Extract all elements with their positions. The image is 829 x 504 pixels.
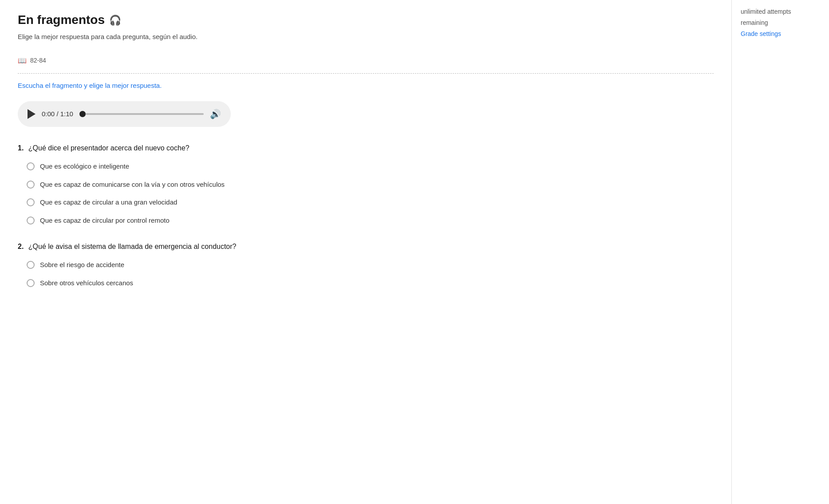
question-1-content: ¿Qué dice el presentador acerca del nuev… [28, 144, 189, 152]
q2-option-1[interactable]: Sobre el riesgo de accidente [27, 260, 714, 270]
question-1-text: 1. ¿Qué dice el presentador acerca del n… [18, 143, 714, 154]
question-2-block: 2. ¿Qué le avisa el sistema de llamada d… [18, 241, 714, 288]
q1-option-1-label: Que es ecológico e inteligente [40, 161, 129, 172]
q2-radio-2[interactable] [27, 279, 35, 287]
q1-option-4[interactable]: Que es capaz de circular por control rem… [27, 216, 714, 226]
page-title: En fragmentos 🎧 [18, 11, 714, 29]
book-icon: 📖 [18, 55, 27, 66]
grade-settings-link[interactable]: Grade settings [741, 30, 781, 37]
section-header: 📖 82-84 [18, 55, 714, 66]
q2-option-2-label: Sobre otros vehículos cercanos [40, 278, 133, 288]
q1-option-3-label: Que es capaz de circular a una gran velo… [40, 197, 177, 208]
q1-radio-1[interactable] [27, 162, 35, 170]
q1-option-4-label: Que es capaz de circular por control rem… [40, 216, 170, 226]
section-pages: 82-84 [30, 56, 46, 65]
instruction-text: Escucha el fragmento y elige la mejor re… [18, 81, 714, 91]
sidebar-attempts-line1: unlimited attempts [741, 7, 820, 16]
section-divider [18, 73, 714, 74]
question-1-number: 1. [18, 144, 24, 152]
q1-radio-3[interactable] [27, 198, 35, 206]
q1-radio-2[interactable] [27, 181, 35, 189]
progress-dot [79, 111, 86, 117]
q2-option-2[interactable]: Sobre otros vehículos cercanos [27, 278, 714, 288]
q1-option-2[interactable]: Que es capaz de comunicarse con la vía y… [27, 180, 714, 190]
q1-option-1[interactable]: Que es ecológico e inteligente [27, 161, 714, 172]
q1-option-2-label: Que es capaz de comunicarse con la vía y… [40, 180, 225, 190]
question-2-number: 2. [18, 243, 24, 250]
audio-time: 0:00 / 1:10 [42, 109, 73, 119]
page-container: En fragmentos 🎧 Elige la mejor respuesta… [0, 0, 829, 504]
audio-player: 0:00 / 1:10 🔊 [18, 101, 231, 127]
q2-radio-1[interactable] [27, 261, 35, 269]
question-1-options: Que es ecológico e inteligente Que es ca… [18, 161, 714, 225]
time-separator: / [56, 110, 60, 118]
question-1-block: 1. ¿Qué dice el presentador acerca del n… [18, 143, 714, 225]
play-button[interactable] [28, 109, 36, 119]
total-time: 1:10 [60, 110, 73, 118]
question-2-options: Sobre el riesgo de accidente Sobre otros… [18, 260, 714, 288]
current-time: 0:00 [42, 110, 55, 118]
volume-icon[interactable]: 🔊 [210, 107, 221, 121]
q1-radio-4[interactable] [27, 217, 35, 224]
progress-container[interactable] [79, 111, 204, 117]
q2-option-1-label: Sobre el riesgo de accidente [40, 260, 124, 270]
headphone-icon: 🎧 [109, 13, 121, 28]
title-text: En fragmentos [18, 11, 105, 29]
sidebar-attempts-line2: remaining [741, 18, 820, 28]
main-content: En fragmentos 🎧 Elige la mejor respuesta… [0, 0, 731, 504]
q1-option-3[interactable]: Que es capaz de circular a una gran velo… [27, 197, 714, 208]
question-2-text: 2. ¿Qué le avisa el sistema de llamada d… [18, 241, 714, 252]
page-subtitle: Elige la mejor respuesta para cada pregu… [18, 32, 714, 42]
question-2-content: ¿Qué le avisa el sistema de llamada de e… [28, 243, 237, 250]
progress-bar [86, 113, 204, 115]
sidebar: unlimited attempts remaining Grade setti… [731, 0, 829, 504]
